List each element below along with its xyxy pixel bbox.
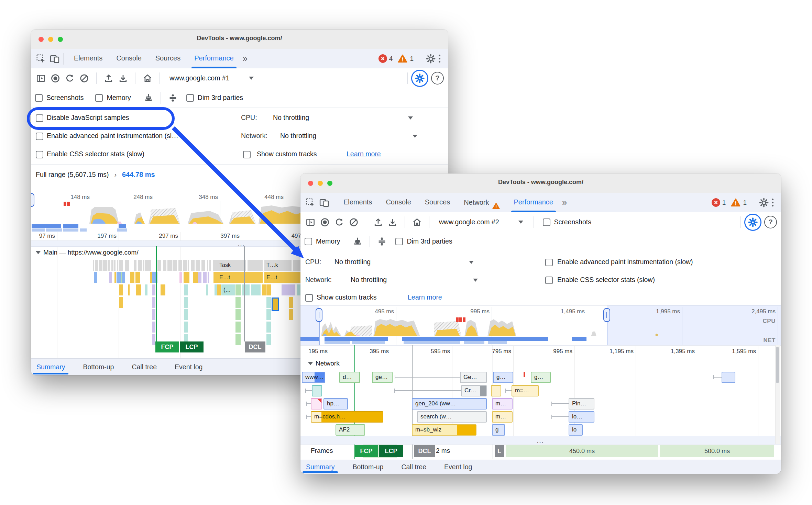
network-track-header[interactable]: Network <box>308 360 340 367</box>
settings-gear-icon[interactable] <box>759 198 769 208</box>
flame-event[interactable] <box>116 272 121 283</box>
collapse-track-icon[interactable] <box>308 362 313 365</box>
capture-settings-button-active[interactable] <box>744 214 761 231</box>
inspect-icon[interactable] <box>36 54 46 64</box>
advanced-paint-checkbox[interactable] <box>36 133 43 140</box>
breadcrumb-full-range[interactable]: Full range (5,607.15 ms) <box>36 171 109 179</box>
network-request[interactable]: m=cdos,h… <box>311 411 383 423</box>
tab-network[interactable]: Network <box>464 193 500 212</box>
tab-console[interactable]: Console <box>386 193 411 212</box>
tab-console[interactable]: Console <box>116 49 141 68</box>
flame-event[interactable] <box>152 334 155 345</box>
flame-event[interactable] <box>266 284 271 295</box>
scrollbar[interactable] <box>775 345 780 444</box>
device-toolbar-icon[interactable] <box>50 54 60 64</box>
toggle-sidebar-icon[interactable] <box>305 216 316 228</box>
network-request[interactable]: m=… <box>512 385 539 396</box>
selection-handle-left[interactable] <box>31 193 34 207</box>
flame-event[interactable] <box>244 272 250 283</box>
screenshots-checkbox[interactable]: Screenshots <box>35 94 84 102</box>
network-request[interactable] <box>311 398 322 409</box>
memory-checkbox[interactable]: Memory <box>305 237 340 245</box>
bottom-tab-call-tree[interactable]: Call tree <box>132 359 157 375</box>
titlebar[interactable]: DevTools - www.google.com/ <box>300 173 781 193</box>
home-icon[interactable] <box>142 72 153 84</box>
network-request[interactable] <box>722 372 735 383</box>
target-select[interactable]: www.google.com #1 <box>169 74 230 82</box>
dim-3rd-parties-checkbox[interactable]: Dim 3rd parties <box>186 94 243 102</box>
track-overflow-strip[interactable]: … <box>300 436 781 445</box>
network-request[interactable]: m=sb_wiz <box>412 424 476 436</box>
dcl-badge[interactable]: DCL <box>245 341 265 352</box>
css-selector-stats-checkbox[interactable] <box>545 277 553 284</box>
custom-tracks-checkbox[interactable] <box>305 294 313 302</box>
flame-event[interactable] <box>184 309 188 320</box>
network-throttle-select[interactable]: No throttling <box>280 132 316 140</box>
download-profile-icon[interactable] <box>117 72 129 84</box>
network-request[interactable]: search (w… <box>417 411 487 423</box>
upload-profile-icon[interactable] <box>372 216 384 228</box>
flame-event[interactable] <box>235 284 241 295</box>
network-request[interactable]: hp… <box>323 398 348 409</box>
lcp-badge[interactable]: LCP <box>379 445 403 457</box>
cpu-throttle-select[interactable]: No throttling <box>273 114 309 122</box>
tab-sources[interactable]: Sources <box>425 193 450 212</box>
network-request[interactable]: lo <box>569 424 583 436</box>
more-tabs-icon[interactable]: » <box>243 53 248 64</box>
flame-event[interactable]: E…t <box>264 272 292 283</box>
cpu-select-arrow-icon[interactable] <box>408 116 413 120</box>
gc-brush-icon[interactable] <box>352 236 363 247</box>
clear-button[interactable] <box>348 216 360 228</box>
advanced-paint-checkbox[interactable] <box>545 259 553 266</box>
help-icon[interactable]: ? <box>764 216 777 228</box>
network-request[interactable]: Cr… <box>461 385 487 396</box>
network-request[interactable]: lo… <box>569 411 594 423</box>
bottom-tab-summary[interactable]: Summary <box>36 359 65 375</box>
learn-more-link[interactable]: Learn more <box>347 150 381 158</box>
scrollbar-thumb[interactable] <box>776 347 779 383</box>
network-select-arrow-icon[interactable] <box>413 135 417 138</box>
flame-event[interactable] <box>266 309 271 320</box>
bottom-tab-event-log[interactable]: Event log <box>175 359 202 375</box>
cpu-throttle-select[interactable]: No throttling <box>334 258 371 266</box>
flame-event[interactable] <box>184 284 188 295</box>
flame-event[interactable] <box>289 272 293 283</box>
flame-event[interactable] <box>235 322 241 333</box>
l-badge[interactable]: L <box>495 445 504 457</box>
menu-kebab-icon[interactable] <box>439 55 440 63</box>
cpu-select-arrow-icon[interactable] <box>469 261 474 264</box>
flame-event[interactable] <box>249 260 263 271</box>
menu-kebab-icon[interactable] <box>772 199 773 206</box>
flame-event[interactable] <box>242 284 250 295</box>
network-request[interactable]: AF2 <box>336 424 365 436</box>
reload-record-button[interactable] <box>333 216 345 228</box>
bottom-tab-bottom-up[interactable]: Bottom-up <box>352 460 383 474</box>
flame-event[interactable] <box>122 272 125 283</box>
flame-event[interactable] <box>266 297 271 308</box>
capture-settings-button-active[interactable] <box>411 70 428 87</box>
disable-js-samples-checkbox[interactable] <box>36 114 43 122</box>
chevron-down-icon[interactable] <box>249 77 254 80</box>
record-button[interactable] <box>319 216 331 228</box>
flame-event[interactable] <box>266 322 271 333</box>
gc-brush-icon[interactable] <box>143 92 154 104</box>
flame-event[interactable] <box>152 322 155 333</box>
bottom-tab-summary[interactable]: Summary <box>306 460 334 474</box>
flame-event[interactable] <box>152 284 155 295</box>
inspect-icon[interactable] <box>305 198 316 208</box>
screenshots-checkbox[interactable]: Screenshots <box>543 218 591 226</box>
memory-checkbox[interactable]: Memory <box>95 94 131 102</box>
flame-event[interactable] <box>152 297 155 308</box>
selection-handle-left[interactable] <box>316 308 322 322</box>
network-request[interactable] <box>491 385 501 396</box>
home-icon[interactable] <box>411 216 423 228</box>
clear-button[interactable] <box>78 72 90 84</box>
help-icon[interactable]: ? <box>431 72 444 85</box>
network-track[interactable]: Network www…d…ge…Ge…g…g…Cr…m=…hp…gen_204… <box>300 359 781 436</box>
tab-elements[interactable]: Elements <box>74 49 102 68</box>
warning-icon[interactable] <box>731 198 741 208</box>
more-tabs-icon[interactable]: » <box>562 197 567 208</box>
network-request[interactable]: g… <box>493 372 513 383</box>
tab-sources[interactable]: Sources <box>155 49 180 68</box>
main-track-header[interactable]: Main — https://www.google.com/ <box>36 249 139 256</box>
